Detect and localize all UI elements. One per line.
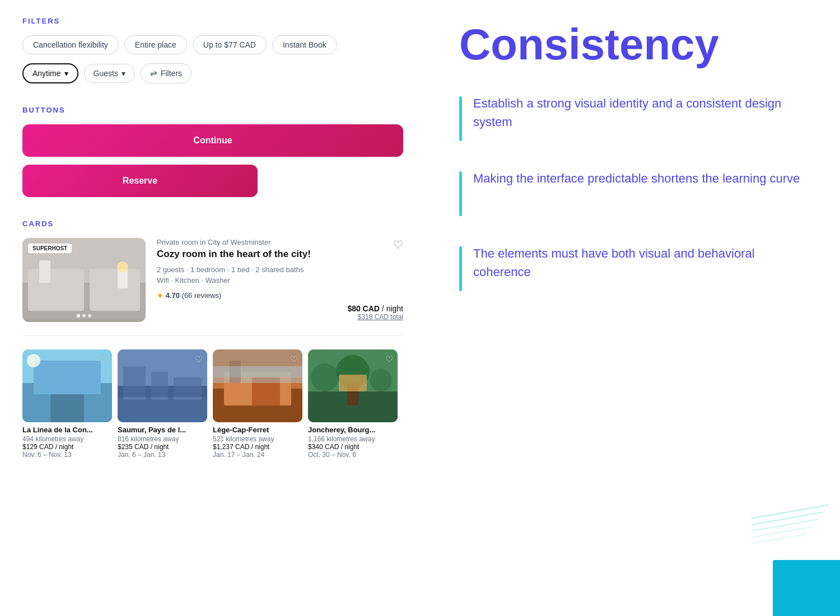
card-details: 2 guests · 1 bedroom · 1 bed · 2 shared … — [157, 265, 311, 274]
svg-rect-18 — [118, 386, 207, 397]
small-card-1[interactable]: ♡ Saumur, Pays de l... 816 kilometres aw… — [118, 349, 207, 459]
guests-dropdown[interactable]: Guests ▾ — [84, 64, 135, 83]
filter-pill-cancellation[interactable]: Cancellation flexibility — [22, 35, 119, 54]
deco-teal-block — [773, 560, 840, 616]
continue-button[interactable]: Continue — [22, 124, 403, 157]
small-card-img-3: ♡ — [308, 349, 398, 422]
anytime-label: Anytime — [32, 69, 61, 78]
small-card-dates-3: Oct. 30 – Nov. 6 — [308, 451, 398, 459]
quote-bar-2 — [459, 246, 462, 291]
small-card-name-1: Saumur, Pays de l... — [118, 426, 207, 434]
filter-pill-instant-book[interactable]: Instant Book — [272, 35, 337, 54]
filter-pill-price[interactable]: Up to $77 CAD — [193, 35, 267, 54]
card-type: Private room in City of Westminster — [157, 238, 311, 246]
left-panel: FILTERS Cancellation flexibility Entire … — [0, 0, 426, 616]
small-card-dist-3: 1,166 kilometres away — [308, 435, 398, 443]
filter-row2: Anytime ▾ Guests ▾ ⇌ Filters — [22, 63, 403, 83]
svg-rect-4 — [39, 260, 50, 283]
reserve-button[interactable]: Reserve — [22, 165, 258, 197]
svg-point-28 — [311, 363, 339, 391]
rating-value: 4.70 — [166, 291, 180, 300]
small-card-3[interactable]: ♡ Joncherey, Bourg... 1,166 kilometres a… — [308, 349, 398, 459]
filters-section-label: FILTERS — [22, 17, 403, 25]
guests-label: Guests — [94, 69, 118, 78]
small-card-dist-0: 494 kilometres away — [22, 435, 112, 443]
filters-section: FILTERS Cancellation flexibility Entire … — [22, 17, 403, 83]
quote-bar-0 — [459, 96, 462, 141]
heart-icon[interactable]: ♡ — [393, 238, 403, 251]
small-card-heart-3[interactable]: ♡ — [385, 354, 393, 365]
featured-card-info: Private room in City of Westminster Cozy… — [157, 238, 403, 322]
filters-button[interactable]: ⇌ Filters — [141, 63, 192, 83]
filter-pill-entire-place[interactable]: Entire place — [124, 35, 187, 54]
filter-pills-row: Cancellation flexibility Entire place Up… — [22, 35, 403, 54]
small-card-heart-1[interactable]: ♡ — [195, 354, 203, 365]
quote-text-0: Establish a strong visual identity and a… — [473, 94, 806, 131]
deco-lines — [750, 504, 834, 566]
buttons-section-label: BUTTONS — [22, 106, 403, 114]
cards-section-label: CARDS — [22, 220, 403, 228]
card-price-row: $80 CAD / night $318 CAD total — [157, 304, 403, 321]
anytime-chevron: ▾ — [64, 69, 68, 78]
featured-card-image: SUPERHOST — [22, 238, 146, 322]
small-card-svg-1 — [118, 349, 207, 422]
svg-point-12 — [27, 354, 40, 367]
svg-rect-10 — [34, 361, 101, 394]
svg-rect-3 — [90, 269, 140, 311]
small-card-svg-3 — [308, 349, 398, 422]
price-value: $80 CAD — [347, 304, 380, 313]
quote-block-0: Establish a strong visual identity and a… — [459, 94, 806, 141]
svg-point-30 — [370, 369, 392, 391]
card-amenities: Wifi · Kitchen · Washer — [157, 276, 311, 284]
card-dot-1 — [77, 314, 80, 318]
small-card-img-1: ♡ — [118, 349, 207, 422]
small-card-name-0: La Linea de la Con... — [22, 426, 112, 434]
small-card-svg-0 — [22, 349, 112, 422]
right-panel: Consistency Establish a strong visual id… — [426, 0, 840, 616]
small-card-price-1: $235 CAD / night — [118, 443, 207, 451]
superhost-badge: SUPERHOST — [28, 244, 72, 253]
small-card-0[interactable]: ♡ La Linea de la Con... 494 kilometres a… — [22, 349, 112, 459]
svg-rect-7 — [22, 319, 146, 322]
small-card-name-3: Joncherey, Bourg... — [308, 426, 398, 434]
star-icon: ★ — [157, 291, 164, 300]
small-card-name-2: Lège-Cap-Ferret — [213, 426, 302, 434]
svg-rect-11 — [50, 394, 84, 422]
card-dots — [77, 314, 91, 318]
svg-rect-25 — [213, 366, 302, 383]
cards-section: CARDS SUPERHOST — [22, 220, 403, 459]
small-card-price-3: $340 CAD / night — [308, 443, 398, 451]
svg-rect-2 — [28, 269, 84, 311]
review-count: 66 reviews — [184, 291, 219, 300]
svg-rect-32 — [339, 375, 367, 391]
small-card-2[interactable]: ♡ Lège-Cap-Ferret 521 kilometres away $1… — [213, 349, 302, 459]
anytime-dropdown[interactable]: Anytime ▾ — [22, 63, 78, 83]
small-card-dates-2: Jan. 17 – Jan. 24 — [213, 451, 302, 459]
quote-text-1: Making the interface predictable shorten… — [473, 169, 800, 188]
small-card-price-0: $129 CAD / night — [22, 443, 112, 451]
card-total: $318 CAD total — [347, 313, 403, 321]
card-rating: ★ 4.70 (66 reviews) — [157, 291, 311, 300]
quote-block-2: The elements must have both visual and b… — [459, 244, 806, 291]
small-card-dist-1: 816 kilometres away — [118, 435, 207, 443]
deco-corner — [728, 515, 840, 616]
small-card-dist-2: 521 kilometres away — [213, 435, 302, 443]
small-card-heart-2[interactable]: ♡ — [290, 354, 298, 365]
filters-btn-label: Filters — [161, 69, 182, 78]
small-card-dates-0: Nov. 6 – Nov. 13 — [22, 451, 112, 459]
small-cards-grid: ♡ La Linea de la Con... 494 kilometres a… — [22, 349, 403, 459]
quote-block-1: Making the interface predictable shorten… — [459, 169, 806, 216]
guests-chevron: ▾ — [122, 69, 125, 78]
small-card-dates-1: Jan. 6 – Jan. 13 — [118, 451, 207, 459]
quote-bar-1 — [459, 171, 462, 216]
small-card-img-2: ♡ — [213, 349, 302, 422]
card-price: $80 CAD / night — [347, 304, 403, 313]
filters-adjust-icon: ⇌ — [150, 68, 157, 78]
small-card-svg-2 — [213, 349, 302, 422]
card-dot-3 — [88, 314, 91, 318]
small-card-heart-0[interactable]: ♡ — [100, 354, 108, 365]
svg-point-6 — [117, 262, 128, 273]
featured-card: SUPERHOST Private room in City of Westmi… — [22, 238, 403, 336]
consistency-title: Consistency — [459, 22, 806, 66]
small-card-price-2: $1,237 CAD / night — [213, 443, 302, 451]
